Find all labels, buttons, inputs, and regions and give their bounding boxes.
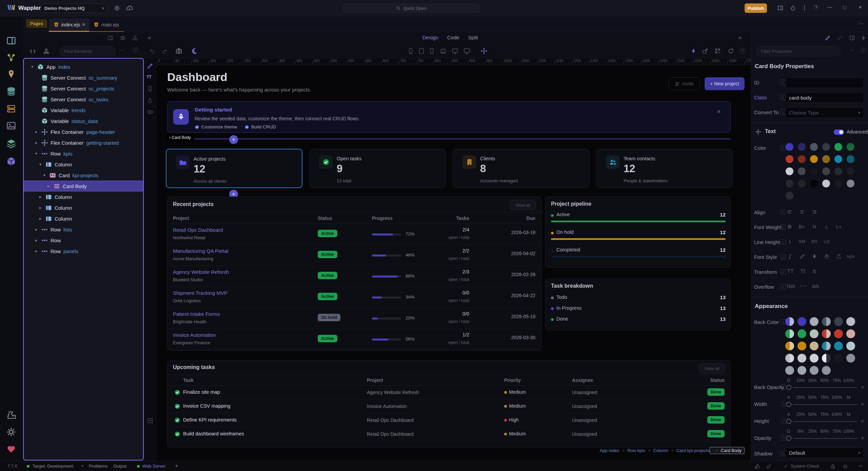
add-target-button[interactable]: +	[175, 463, 178, 469]
project-row[interactable]: Shipment Tracking MVP Orbit Logistics Ac…	[167, 287, 542, 308]
color-swatch[interactable]	[834, 155, 842, 163]
info-icon[interactable]: i	[780, 269, 786, 274]
tree-item[interactable]: ▸ Card Body	[24, 181, 143, 191]
project-row[interactable]: Patient Intake Forms Brightside Health O…	[167, 308, 542, 329]
new-project-button[interactable]: + New project	[705, 77, 745, 90]
info-icon[interactable]: i	[781, 384, 787, 390]
back-color-swatch[interactable]	[822, 329, 831, 338]
cleanup-broom-icon[interactable]	[766, 464, 772, 469]
tree-expand-chevron-icon[interactable]: ▸	[38, 216, 43, 221]
task-check-icon[interactable]	[174, 389, 180, 395]
window-minimize-button[interactable]: —	[827, 4, 832, 10]
chevron-down-icon[interactable]: ▾	[81, 464, 83, 468]
back-color-swatch[interactable]	[834, 342, 843, 350]
add-element-button[interactable]: +	[229, 135, 238, 144]
tree-item[interactable]: ▾ App index	[24, 61, 143, 72]
info-icon[interactable]: i	[780, 109, 786, 115]
align-left-icon[interactable]	[787, 209, 793, 215]
info-icon[interactable]: i	[780, 254, 786, 260]
tree-expand-chevron-icon[interactable]: ▾	[30, 64, 35, 69]
info-icon[interactable]: i	[780, 145, 786, 150]
back-color-swatch[interactable]	[797, 329, 806, 338]
color-swatch[interactable]	[798, 180, 806, 187]
settings-gear-icon[interactable]	[6, 427, 16, 437]
font-weight-bolder[interactable]: B+	[799, 224, 805, 229]
back-color-swatch[interactable]	[834, 317, 843, 326]
info-icon[interactable]: i	[781, 418, 787, 424]
drag-section-move-icon[interactable]	[755, 129, 761, 135]
tree-expand-chevron-icon[interactable]: ▸	[34, 238, 39, 243]
color-swatch[interactable]	[786, 143, 793, 151]
eraser-icon[interactable]	[830, 464, 835, 469]
color-swatch[interactable]	[810, 155, 818, 163]
tree-item[interactable]: ▸ Column	[24, 191, 143, 202]
info-icon[interactable]: i	[780, 451, 786, 456]
props-help-icon[interactable]: ?	[861, 47, 866, 53]
line-height-1[interactable]: 1	[788, 239, 791, 244]
kpi-card[interactable]: Team contacts 12 People & stakeholders	[596, 149, 733, 188]
project-row[interactable]: Agency Website Refresh Bluebird Studio A…	[167, 266, 542, 287]
font-weight-light[interactable]: L	[825, 224, 828, 229]
tree-expand-chevron-icon[interactable]: ▸	[34, 129, 39, 134]
view-all-button[interactable]: View all	[510, 200, 536, 210]
breadcrumb-item[interactable]: Column	[645, 448, 668, 453]
output-button[interactable]: Output	[113, 464, 126, 469]
tree-expand-chevron-icon[interactable]: ▸	[46, 184, 51, 188]
color-swatch[interactable]	[847, 155, 854, 163]
info-icon[interactable]: i	[781, 435, 787, 441]
extensions-panel-icon[interactable]	[6, 410, 16, 420]
panel-tab-split-icon[interactable]	[108, 35, 113, 41]
back-color-swatch[interactable]	[785, 366, 794, 375]
bug-debug-icon[interactable]	[843, 464, 848, 469]
rocket-style-icon[interactable]	[812, 254, 817, 259]
back-color-swatch[interactable]	[797, 366, 806, 375]
tree-item[interactable]: Variable trends	[24, 105, 143, 116]
element-tool-icon[interactable]	[147, 86, 153, 91]
project-selector[interactable]: Demo Projects HQ ▾	[41, 3, 108, 13]
tree-expand-chevron-icon[interactable]: ▾	[42, 173, 47, 178]
color-swatch[interactable]	[822, 143, 830, 151]
color-swatch[interactable]	[786, 155, 793, 163]
back-color-swatch[interactable]	[797, 354, 806, 363]
view-all-button[interactable]: View all	[699, 363, 725, 373]
opacity-slider[interactable]	[786, 436, 791, 441]
expand-panel-button[interactable]: »	[738, 34, 742, 41]
device-phone-landscape-icon[interactable]	[418, 48, 425, 54]
back-color-swatch[interactable]	[785, 342, 794, 350]
panel-tab-tree-icon[interactable]	[132, 35, 138, 41]
info-icon[interactable]: i	[780, 95, 786, 100]
back-color-swatch[interactable]	[846, 329, 855, 338]
qr-code-icon[interactable]	[715, 48, 721, 54]
back-color-swatch[interactable]	[810, 366, 818, 375]
assets-panel-icon[interactable]	[6, 121, 16, 130]
line-height-bs[interactable]: BS	[811, 239, 817, 244]
tab-overflow-button[interactable]: ⋯	[859, 20, 864, 27]
tree-item[interactable]: Variable status_data	[24, 116, 143, 126]
back-color-swatch[interactable]	[810, 342, 818, 350]
pages-panel-badge[interactable]: Pages	[26, 19, 47, 28]
info-icon[interactable]: i	[781, 401, 787, 407]
undo-icon[interactable]	[149, 48, 155, 54]
line-height-lg[interactable]: LG	[824, 239, 829, 244]
tree-more-button[interactable]: ⋯	[120, 47, 125, 53]
redo-icon[interactable]	[162, 48, 168, 54]
quick-open-button[interactable]: Quick Open	[343, 4, 479, 13]
back-color-swatch[interactable]	[785, 317, 794, 326]
support-heart-icon[interactable]	[6, 444, 16, 454]
invite-button[interactable]: Invite	[669, 77, 700, 90]
layout-grid-icon[interactable]	[849, 35, 855, 41]
font-style-na[interactable]: N/A	[847, 254, 855, 259]
color-swatch[interactable]	[810, 180, 818, 187]
info-icon[interactable]: i	[780, 239, 786, 245]
back-color-swatch[interactable]	[846, 342, 855, 350]
align-right-icon[interactable]	[811, 209, 817, 215]
tree-item[interactable]: ▸ Row	[24, 235, 143, 246]
pins-panel-icon[interactable]	[6, 69, 16, 79]
project-name-link[interactable]: Manufacturing QA Portal	[173, 248, 228, 254]
device-monitor-icon[interactable]	[463, 48, 470, 55]
tab-index-ejs[interactable]: index.ejs	[49, 18, 90, 32]
breadcrumb-item[interactable]: Card Body	[710, 447, 745, 454]
tree-item[interactable]: ▸ Column	[24, 202, 143, 213]
color-swatch[interactable]	[834, 167, 842, 175]
back-color-swatch[interactable]	[822, 366, 831, 375]
